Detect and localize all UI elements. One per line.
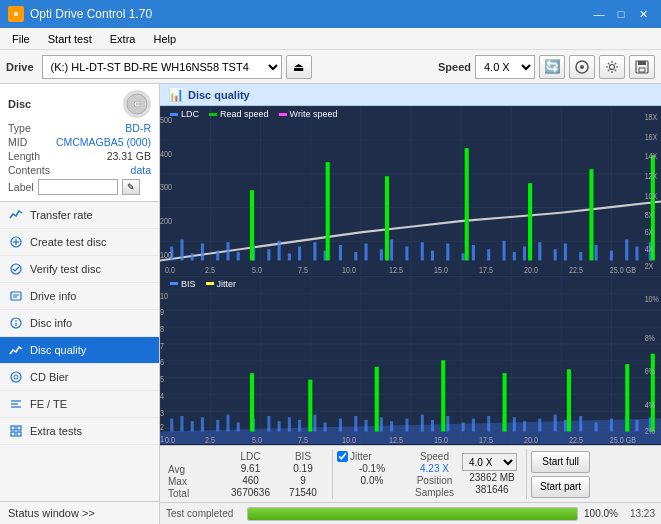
progress-bar xyxy=(247,507,578,521)
svg-rect-132 xyxy=(538,418,541,431)
read-speed-legend-label: Read speed xyxy=(220,109,269,119)
svg-text:9: 9 xyxy=(160,307,164,317)
svg-rect-101 xyxy=(160,276,661,445)
svg-rect-49 xyxy=(390,239,393,260)
jitter-total-empty xyxy=(337,487,407,498)
svg-rect-72 xyxy=(465,148,469,260)
speed-col-header: Speed xyxy=(407,451,462,462)
disc-label-input[interactable] xyxy=(38,179,118,195)
svg-rect-145 xyxy=(503,373,507,431)
sidebar-item-extra-tests[interactable]: Extra tests xyxy=(0,418,159,445)
start-full-button[interactable]: Start full xyxy=(531,451,590,473)
svg-rect-29 xyxy=(17,432,21,436)
bis-col-header: BIS xyxy=(278,451,328,462)
menu-help[interactable]: Help xyxy=(145,31,184,47)
svg-text:20.0: 20.0 xyxy=(524,264,538,275)
svg-rect-36 xyxy=(226,242,229,260)
bis-max: 9 xyxy=(278,475,328,486)
svg-rect-121 xyxy=(390,421,393,431)
progress-bar-fill xyxy=(248,508,577,520)
sidebar-item-disc-quality[interactable]: Disc quality xyxy=(0,337,159,364)
sidebar-item-fe-te[interactable]: FE / TE xyxy=(0,391,159,418)
minimize-button[interactable]: — xyxy=(589,5,609,23)
progress-percent: 100.0% xyxy=(584,508,618,519)
svg-text:5.0: 5.0 xyxy=(252,435,262,444)
menu-extra[interactable]: Extra xyxy=(102,31,144,47)
bis-chart: BIS Jitter xyxy=(160,276,661,446)
svg-rect-135 xyxy=(579,415,582,431)
disc-icon xyxy=(123,90,151,118)
svg-text:8%: 8% xyxy=(645,333,655,343)
speed-select[interactable]: 4.0 X 2.0 X 8.0 X xyxy=(475,55,535,79)
svg-rect-117 xyxy=(339,418,342,431)
menu-file[interactable]: File xyxy=(4,31,38,47)
svg-rect-116 xyxy=(324,422,327,431)
svg-rect-114 xyxy=(298,419,301,431)
svg-rect-130 xyxy=(513,417,516,431)
svg-point-14 xyxy=(11,264,21,274)
mid-value: CMCMAGBA5 (000) xyxy=(56,136,151,148)
jitter-col-header: Jitter xyxy=(350,451,372,462)
disc-panel-title: Disc xyxy=(8,98,31,110)
svg-rect-143 xyxy=(375,366,379,431)
svg-rect-37 xyxy=(237,252,240,260)
sidebar-item-verify-test-disc[interactable]: Verify test disc xyxy=(0,256,159,283)
speed-label: Speed xyxy=(438,61,471,73)
bis-chart-svg: 0.0 2.5 5.0 7.5 10.0 12.5 15.0 17.5 20.0… xyxy=(160,276,661,445)
close-button[interactable]: ✕ xyxy=(633,5,653,23)
jitter-legend-label: Jitter xyxy=(217,279,237,289)
speed-dropdown[interactable]: 4.0 X 2.0 X 8.0 X xyxy=(462,453,517,471)
svg-rect-127 xyxy=(472,418,475,431)
svg-rect-139 xyxy=(635,419,638,431)
sidebar-item-disc-info[interactable]: Disc info xyxy=(0,310,159,337)
jitter-checkbox[interactable] xyxy=(337,451,348,462)
sidebar: Disc Type BD-R MID CMCMAGBA5 (000) Leng xyxy=(0,84,160,524)
svg-rect-128 xyxy=(487,415,490,431)
drive-select[interactable]: (K:) HL-DT-ST BD-RE WH16NS58 TST4 xyxy=(42,55,282,79)
window-controls: — □ ✕ xyxy=(589,5,653,23)
svg-rect-43 xyxy=(313,242,316,260)
svg-text:10.0: 10.0 xyxy=(342,264,356,275)
svg-text:15.0: 15.0 xyxy=(434,435,448,444)
status-window-button[interactable]: Status window >> xyxy=(0,501,159,524)
bis-avg: 0.19 xyxy=(278,463,328,474)
svg-text:4%: 4% xyxy=(645,400,655,410)
svg-rect-7 xyxy=(639,68,645,72)
create-disc-icon xyxy=(8,234,24,250)
fe-te-icon xyxy=(8,396,24,412)
content-area: 📊 Disc quality LDC Read speed Write spee… xyxy=(160,84,661,524)
sidebar-item-drive-info[interactable]: Drive info xyxy=(0,283,159,310)
svg-rect-141 xyxy=(250,373,254,431)
fe-te-label: FE / TE xyxy=(30,398,67,410)
svg-rect-34 xyxy=(201,244,204,261)
eject-button[interactable]: ⏏ xyxy=(286,55,312,79)
settings-button[interactable] xyxy=(599,55,625,79)
write-speed-legend-label: Write speed xyxy=(290,109,338,119)
length-label: Length xyxy=(8,150,40,162)
sidebar-item-transfer-rate[interactable]: Transfer rate xyxy=(0,202,159,229)
svg-rect-53 xyxy=(446,244,449,261)
svg-rect-6 xyxy=(638,61,646,65)
maximize-button[interactable]: □ xyxy=(611,5,631,23)
svg-rect-33 xyxy=(191,253,194,260)
menu-start-test[interactable]: Start test xyxy=(40,31,100,47)
svg-rect-136 xyxy=(595,422,598,431)
start-part-button[interactable]: Start part xyxy=(531,476,590,498)
scan-button[interactable] xyxy=(569,55,595,79)
svg-text:6%: 6% xyxy=(645,366,655,376)
elapsed-time: 13:23 xyxy=(630,508,655,519)
transfer-rate-label: Transfer rate xyxy=(30,209,93,221)
save-button[interactable] xyxy=(629,55,655,79)
quality-panel-title: Disc quality xyxy=(188,89,250,101)
sidebar-item-create-test-disc[interactable]: Create test disc xyxy=(0,229,159,256)
disc-label-button[interactable]: ✎ xyxy=(122,179,140,195)
ldc-chart: LDC Read speed Write speed xyxy=(160,106,661,276)
cd-bier-label: CD Bier xyxy=(30,371,69,383)
refresh-button[interactable]: 🔄 xyxy=(539,55,565,79)
bis-legend-label: BIS xyxy=(181,279,196,289)
svg-rect-35 xyxy=(216,251,219,261)
drive-selector-group: (K:) HL-DT-ST BD-RE WH16NS58 TST4 ⏏ xyxy=(42,55,428,79)
svg-rect-108 xyxy=(226,414,229,431)
svg-rect-144 xyxy=(441,360,445,431)
sidebar-item-cd-bier[interactable]: CD Bier xyxy=(0,364,159,391)
